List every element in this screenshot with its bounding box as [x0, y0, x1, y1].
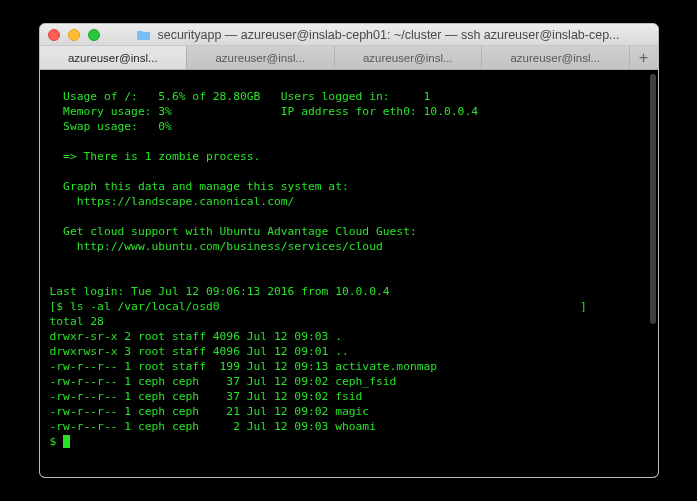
terminal-line: -rw-r--r-- 1 ceph ceph 21 Jul 12 09:02 m… [50, 405, 370, 418]
minimize-icon[interactable] [68, 29, 80, 41]
tab-label: azureuser@insl... [510, 52, 600, 64]
terminal-line: drwxr-sr-x 2 root staff 4096 Jul 12 09:0… [50, 330, 342, 343]
tab-label: azureuser@insl... [68, 52, 158, 64]
tab-bar: azureuser@insl... azureuser@insl... azur… [40, 46, 658, 70]
terminal-line: -rw-r--r-- 1 ceph ceph 2 Jul 12 09:03 wh… [50, 420, 376, 433]
tab-3[interactable]: azureuser@insl... [482, 46, 630, 69]
terminal-line: => There is 1 zombie process. [50, 150, 261, 163]
titlebar[interactable]: securityapp — azureuser@inslab-ceph01: ~… [40, 24, 658, 46]
terminal-line: Last login: Tue Jul 12 09:06:13 2016 fro… [50, 285, 390, 298]
tab-1[interactable]: azureuser@insl... [187, 46, 335, 69]
new-tab-button[interactable]: + [630, 46, 658, 69]
terminal-line: Graph this data and manage this system a… [50, 180, 349, 193]
plus-icon: + [639, 49, 648, 67]
window-controls [48, 29, 100, 41]
terminal-line: total 28 [50, 315, 104, 328]
prompt: $ [50, 435, 64, 448]
window-title-text: securityapp — azureuser@inslab-ceph01: ~… [157, 28, 619, 42]
scrollbar[interactable] [650, 74, 656, 324]
cursor-icon [63, 435, 70, 448]
window-title: securityapp — azureuser@inslab-ceph01: ~… [108, 28, 650, 42]
tab-label: azureuser@insl... [363, 52, 453, 64]
terminal-line: Swap usage: 0% [50, 120, 172, 133]
terminal-line: -rw-r--r-- 1 ceph ceph 37 Jul 12 09:02 f… [50, 390, 363, 403]
terminal-line: Get cloud support with Ubuntu Advantage … [50, 225, 417, 238]
terminal-line: Usage of /: 5.6% of 28.80GB Users logged… [50, 90, 431, 103]
terminal-line: drwxrwsr-x 3 root staff 4096 Jul 12 09:0… [50, 345, 349, 358]
terminal-line: [$ ls -al /var/local/osd0 ] [50, 300, 587, 313]
terminal-body[interactable]: Usage of /: 5.6% of 28.80GB Users logged… [40, 70, 658, 477]
terminal-line: https://landscape.canonical.com/ [50, 195, 295, 208]
tab-label: azureuser@insl... [215, 52, 305, 64]
terminal-window: securityapp — azureuser@inslab-ceph01: ~… [39, 23, 659, 478]
tab-2[interactable]: azureuser@insl... [335, 46, 483, 69]
terminal-line: -rw-r--r-- 1 ceph ceph 37 Jul 12 09:02 c… [50, 375, 397, 388]
close-icon[interactable] [48, 29, 60, 41]
folder-icon [137, 29, 151, 40]
zoom-icon[interactable] [88, 29, 100, 41]
tab-0[interactable]: azureuser@insl... [40, 46, 188, 69]
terminal-line: http://www.ubuntu.com/business/services/… [50, 240, 383, 253]
terminal-line: -rw-r--r-- 1 root staff 199 Jul 12 09:13… [50, 360, 438, 373]
terminal-line: Memory usage: 3% IP address for eth0: 10… [50, 105, 478, 118]
